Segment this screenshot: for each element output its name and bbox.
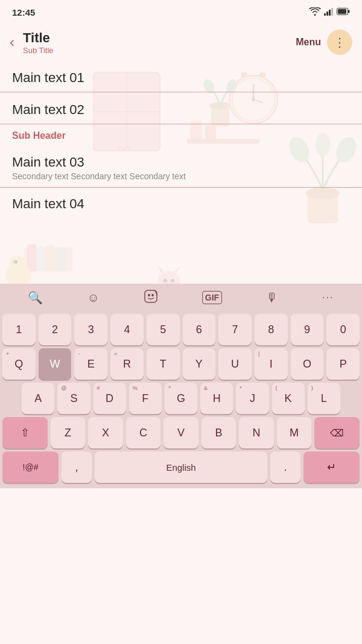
battery-icon bbox=[337, 8, 350, 17]
key-p[interactable]: P bbox=[326, 348, 360, 380]
svg-rect-2 bbox=[329, 10, 331, 16]
svg-point-43 bbox=[148, 294, 150, 296]
list-area: Main text 01 Main text 02 Sub Header Mai… bbox=[0, 60, 362, 284]
period-key[interactable]: . bbox=[270, 451, 300, 483]
backspace-key[interactable]: ⌫ bbox=[314, 417, 360, 448]
key-t[interactable]: T bbox=[147, 348, 180, 380]
key-i[interactable]: |I bbox=[255, 348, 288, 380]
key-j[interactable]: *J bbox=[236, 383, 268, 414]
wifi-icon bbox=[309, 7, 321, 18]
key-4[interactable]: 4 bbox=[110, 314, 144, 345]
gif-button[interactable]: GIF bbox=[202, 291, 222, 304]
key-n[interactable]: N bbox=[239, 417, 274, 448]
key-l[interactable]: )L bbox=[308, 383, 340, 414]
keyboard-row-5: !@# , English . ↵ bbox=[2, 451, 360, 483]
mic-icon[interactable]: 🎙 bbox=[266, 291, 278, 305]
key-k[interactable]: (K bbox=[272, 383, 305, 414]
list-item-1: Main text 01 bbox=[0, 60, 362, 92]
list-item-1-text: Main text 01 bbox=[12, 70, 350, 86]
list-item-3: Main text 03 Secondary text Secondary te… bbox=[0, 145, 362, 188]
key-5[interactable]: 5 bbox=[147, 314, 180, 345]
enter-key[interactable]: ↵ bbox=[303, 451, 360, 483]
keyboard-row-4: ⇧ Z X C V B N M ⌫ bbox=[2, 417, 360, 448]
list-item-3-main: Main text 03 bbox=[12, 155, 350, 170]
svg-rect-42 bbox=[145, 290, 157, 302]
svg-rect-34 bbox=[56, 249, 66, 272]
svg-rect-0 bbox=[324, 13, 326, 16]
key-o[interactable]: O bbox=[291, 348, 324, 380]
keyboard-row-3: A @S #D %F ^G &H *J (K )L bbox=[2, 383, 360, 414]
keyboard-toolbar: 🔍 ☺ GIF 🎙 ··· bbox=[0, 284, 362, 311]
key-6[interactable]: 6 bbox=[183, 314, 216, 345]
list-item-2-text: Main text 02 bbox=[12, 102, 350, 118]
top-bar: ‹ Title Sub Title Menu ⋮ bbox=[0, 24, 362, 60]
page-title: Title bbox=[23, 30, 296, 46]
keyboard-row-2: +Q W -E =R T Y U |I O P bbox=[2, 348, 360, 380]
more-button[interactable]: ⋮ bbox=[327, 30, 352, 55]
key-2[interactable]: 2 bbox=[39, 314, 72, 345]
title-block: Title Sub Title bbox=[23, 30, 296, 55]
svg-point-38 bbox=[171, 279, 174, 282]
key-9[interactable]: 9 bbox=[291, 314, 324, 345]
key-f[interactable]: %F bbox=[129, 383, 162, 414]
key-r[interactable]: =R bbox=[110, 348, 144, 380]
status-icons bbox=[309, 7, 350, 18]
key-8[interactable]: 8 bbox=[255, 314, 288, 345]
key-3[interactable]: 3 bbox=[74, 314, 107, 345]
keyboard-row-numbers: 1 2 3 4 5 6 7 8 9 0 bbox=[2, 314, 360, 345]
key-0[interactable]: 0 bbox=[326, 314, 360, 345]
key-e[interactable]: -E bbox=[74, 348, 107, 380]
key-u[interactable]: U bbox=[218, 348, 252, 380]
svg-point-40 bbox=[9, 256, 27, 273]
svg-rect-32 bbox=[37, 246, 45, 272]
status-bar: 12:45 bbox=[0, 0, 362, 24]
sticker-icon[interactable] bbox=[144, 289, 158, 307]
key-z[interactable]: Z bbox=[51, 417, 86, 448]
svg-rect-31 bbox=[27, 244, 36, 272]
key-a[interactable]: A bbox=[22, 383, 54, 414]
list-item-4-text: Main text 04 bbox=[12, 196, 350, 212]
key-c[interactable]: C bbox=[126, 417, 161, 448]
svg-rect-5 bbox=[338, 9, 346, 14]
search-icon[interactable]: 🔍 bbox=[28, 290, 43, 305]
key-s[interactable]: @S bbox=[57, 383, 90, 414]
key-y[interactable]: Y bbox=[183, 348, 216, 380]
menu-label[interactable]: Menu bbox=[296, 37, 321, 48]
sub-header-text: Sub Header bbox=[12, 130, 350, 141]
spacebar-key[interactable]: English bbox=[95, 451, 267, 483]
key-d[interactable]: #D bbox=[94, 383, 126, 414]
shift-key[interactable]: ⇧ bbox=[2, 417, 48, 448]
signal-icon bbox=[324, 7, 334, 18]
comma-key[interactable]: , bbox=[62, 451, 92, 483]
svg-point-37 bbox=[164, 279, 167, 282]
status-time: 12:45 bbox=[12, 7, 35, 18]
svg-rect-3 bbox=[331, 8, 333, 16]
symbol-key[interactable]: !@# bbox=[2, 451, 59, 483]
emoji-icon[interactable]: ☺ bbox=[87, 291, 99, 305]
back-button[interactable]: ‹ bbox=[10, 34, 14, 51]
key-q[interactable]: +Q bbox=[2, 348, 36, 380]
key-g[interactable]: ^G bbox=[165, 383, 197, 414]
top-right-actions: Menu ⋮ bbox=[296, 30, 352, 55]
sub-header: Sub Header bbox=[0, 124, 362, 145]
list-item-3-secondary: Secondary text Secondary text Secondary … bbox=[12, 171, 350, 181]
svg-point-36 bbox=[158, 271, 180, 284]
key-w[interactable]: W bbox=[39, 348, 72, 380]
page-subtitle: Sub Title bbox=[23, 46, 296, 55]
key-m[interactable]: M bbox=[277, 417, 312, 448]
more-options-icon[interactable]: ··· bbox=[322, 292, 334, 303]
list-item-4: Main text 04 bbox=[0, 188, 362, 212]
key-7[interactable]: 7 bbox=[218, 314, 252, 345]
key-1[interactable]: 1 bbox=[2, 314, 36, 345]
key-v[interactable]: V bbox=[164, 417, 198, 448]
key-h[interactable]: &H bbox=[200, 383, 233, 414]
key-x[interactable]: X bbox=[88, 417, 123, 448]
svg-point-44 bbox=[151, 294, 154, 296]
svg-rect-1 bbox=[326, 11, 328, 16]
list-item-2: Main text 02 bbox=[0, 92, 362, 124]
keyboard: 1 2 3 4 5 6 7 8 9 0 +Q W -E =R T Y U |I … bbox=[0, 311, 362, 488]
svg-rect-33 bbox=[46, 245, 54, 272]
svg-rect-6 bbox=[348, 10, 350, 13]
svg-point-41 bbox=[14, 260, 17, 264]
key-b[interactable]: B bbox=[202, 417, 237, 448]
